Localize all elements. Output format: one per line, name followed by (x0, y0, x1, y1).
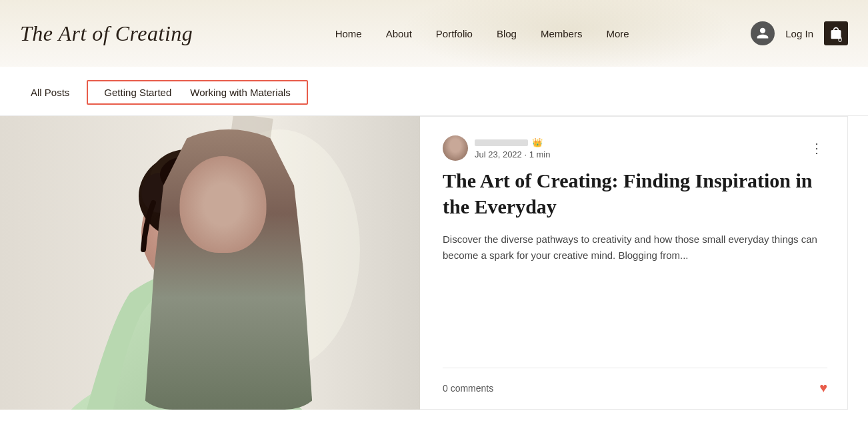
nav-item-members[interactable]: Members (529, 23, 595, 45)
post-date: Jul 23, 2022 · 1 min (475, 149, 551, 159)
admin-badge: 👑 (532, 137, 543, 148)
svg-point-16 (199, 229, 205, 234)
svg-point-15 (169, 229, 175, 234)
svg-rect-4 (172, 250, 201, 293)
post-author-row: 👑 Jul 23, 2022 · 1 min ⋮ (443, 135, 827, 161)
author-avatar-image (443, 135, 468, 161)
main-content: 👑 Jul 23, 2022 · 1 min ⋮ The Art of Crea… (0, 116, 868, 430)
post-image-svg (0, 116, 420, 410)
filter-selected-group: Getting Started Working with Materials (87, 80, 308, 105)
person-icon (756, 27, 769, 40)
like-button[interactable]: ♥ (819, 380, 827, 396)
post-footer: 0 comments ♥ (443, 368, 827, 409)
svg-point-12 (195, 227, 209, 235)
cart-badge: 0 (838, 35, 842, 43)
post-excerpt: Discover the diverse pathways to creativ… (443, 232, 827, 348)
svg-point-10 (160, 156, 213, 193)
svg-point-17 (179, 258, 195, 264)
svg-point-11 (165, 227, 179, 235)
cart-icon[interactable]: 0 (824, 21, 848, 45)
post-title[interactable]: The Art of Creating: Finding Inspiration… (443, 167, 827, 219)
filter-all-posts[interactable]: All Posts (20, 81, 80, 103)
svg-point-14 (195, 228, 206, 234)
author-name-row: 👑 (475, 137, 551, 148)
user-icon[interactable] (751, 21, 775, 45)
author-name-placeholder (475, 139, 528, 146)
post-image-container[interactable] (0, 116, 420, 410)
nav-item-blog[interactable]: Blog (485, 23, 529, 45)
svg-point-8 (193, 163, 233, 209)
author-avatar (443, 135, 468, 161)
nav-item-about[interactable]: About (374, 23, 424, 45)
comments-count[interactable]: 0 comments (443, 383, 493, 394)
filter-getting-started[interactable]: Getting Started (95, 84, 181, 101)
blog-post-card: 👑 Jul 23, 2022 · 1 min ⋮ The Art of Crea… (0, 116, 848, 410)
author-meta: 👑 Jul 23, 2022 · 1 min (475, 137, 551, 159)
svg-point-19 (201, 243, 220, 254)
post-image (0, 116, 420, 410)
svg-rect-20 (237, 216, 241, 403)
svg-point-18 (155, 243, 173, 254)
post-details: 👑 Jul 23, 2022 · 1 min ⋮ The Art of Crea… (420, 116, 848, 410)
svg-line-2 (213, 116, 253, 410)
nav-item-portfolio[interactable]: Portfolio (424, 23, 485, 45)
site-title[interactable]: The Art of Creating (20, 21, 200, 46)
filter-bar: All Posts Getting Started Working with M… (0, 67, 868, 116)
main-nav: Home About Portfolio Blog Members More (213, 23, 751, 45)
svg-point-1 (200, 129, 360, 370)
site-header: The Art of Creating Home About Portfolio… (0, 0, 868, 67)
nav-item-home[interactable]: Home (323, 23, 374, 45)
post-more-options-button[interactable]: ⋮ (806, 139, 827, 157)
filter-working-with-materials[interactable]: Working with Materials (181, 84, 300, 101)
nav-item-more[interactable]: More (594, 23, 641, 45)
header-actions: Log In 0 (751, 21, 848, 45)
author-info: 👑 Jul 23, 2022 · 1 min (443, 135, 551, 161)
svg-point-9 (141, 173, 179, 213)
svg-point-13 (165, 228, 176, 234)
login-button[interactable]: Log In (785, 28, 813, 39)
